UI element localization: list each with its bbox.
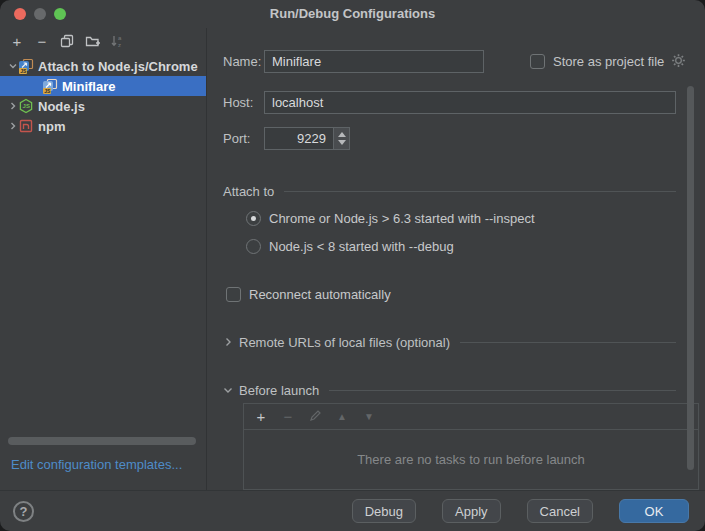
new-folder-icon[interactable]: [84, 33, 100, 49]
add-configuration-icon[interactable]: +: [9, 33, 25, 49]
dialog-footer: ? Debug Apply Cancel OK: [0, 490, 705, 531]
main-vertical-scrollbar[interactable]: [687, 86, 694, 470]
before-launch-tasks-panel: + − ▲ ▼ There are no tasks to run before…: [243, 403, 699, 490]
section-divider: [329, 390, 676, 391]
edit-task-icon[interactable]: [308, 408, 322, 425]
chevron-down-icon[interactable]: [8, 61, 18, 71]
remove-task-icon[interactable]: −: [281, 408, 295, 425]
host-input[interactable]: [264, 91, 676, 114]
section-divider: [460, 342, 676, 343]
cancel-button[interactable]: Cancel: [527, 499, 593, 523]
ok-button[interactable]: OK: [619, 499, 689, 523]
move-down-icon[interactable]: ▼: [362, 411, 376, 422]
section-divider: [284, 191, 676, 192]
remove-configuration-icon[interactable]: −: [34, 33, 50, 49]
radio-option-label: Chrome or Node.js > 6.3 started with --i…: [269, 211, 535, 226]
help-button[interactable]: ?: [13, 501, 34, 522]
svg-text:JS: JS: [44, 88, 51, 94]
tree-item-label: Attach to Node.js/Chrome: [38, 59, 198, 74]
radio-option-debug[interactable]: Node.js < 8 started with --debug: [208, 238, 705, 254]
before-launch-section-label: Before launch: [239, 383, 319, 398]
configurations-sidebar: + − az JS Attach to Node.js/Chrome JS: [0, 28, 207, 490]
radio-button-selected[interactable]: [246, 211, 261, 226]
before-launch-section-header[interactable]: Before launch: [208, 382, 676, 398]
svg-text:z: z: [118, 42, 121, 48]
store-as-project-file-checkbox[interactable]: [530, 54, 545, 69]
radio-option-inspect[interactable]: Chrome or Node.js > 6.3 started with --i…: [208, 210, 705, 226]
svg-text:JS: JS: [23, 103, 30, 109]
chevron-right-icon[interactable]: [223, 337, 233, 347]
name-label: Name:: [223, 54, 261, 69]
tree-item-label: Node.js: [38, 99, 85, 114]
port-label: Port:: [223, 131, 250, 146]
add-task-icon[interactable]: +: [254, 408, 268, 425]
reconnect-automatically-checkbox[interactable]: [226, 287, 241, 302]
remote-urls-section-header[interactable]: Remote URLs of local files (optional): [208, 334, 676, 350]
attach-to-group-label: Attach to: [223, 184, 274, 199]
npm-icon: [18, 118, 34, 134]
chevron-down-icon[interactable]: [223, 385, 233, 395]
svg-text:a: a: [118, 35, 122, 41]
port-input[interactable]: [264, 127, 334, 150]
apply-button[interactable]: Apply: [442, 499, 501, 523]
sort-alphabetically-icon[interactable]: az: [109, 33, 125, 49]
debug-button[interactable]: Debug: [352, 499, 416, 523]
nodejs-icon: JS: [18, 98, 34, 114]
gear-icon[interactable]: [671, 53, 686, 71]
edit-configuration-templates-link[interactable]: Edit configuration templates...: [11, 457, 182, 472]
attach-nodejs-chrome-icon: JS: [18, 58, 34, 74]
store-as-project-file-label: Store as project file: [553, 54, 664, 69]
copy-configuration-icon[interactable]: [59, 33, 75, 49]
sidebar-toolbar: + − az: [0, 28, 206, 54]
tree-item-nodejs[interactable]: JS Node.js: [0, 96, 206, 116]
tree-item-label: Miniflare: [62, 79, 115, 94]
remote-urls-section-label: Remote URLs of local files (optional): [239, 335, 450, 350]
tree-item-miniflare[interactable]: JS Miniflare: [0, 76, 206, 96]
radio-option-label: Node.js < 8 started with --debug: [269, 239, 454, 254]
host-label: Host:: [223, 95, 253, 110]
before-launch-toolbar: + − ▲ ▼: [244, 404, 698, 430]
before-launch-empty-message: There are no tasks to run before launch: [244, 430, 698, 488]
chevron-right-icon[interactable]: [8, 101, 18, 111]
tree-item-npm[interactable]: npm: [0, 116, 206, 136]
configuration-form: Name: Store as project file Host: Port: …: [208, 28, 705, 490]
port-stepper[interactable]: [334, 127, 350, 150]
attach-nodejs-chrome-icon: JS: [42, 78, 58, 94]
name-input[interactable]: [264, 50, 484, 73]
dialog-title: Run/Debug Configurations: [0, 6, 705, 21]
run-debug-configurations-dialog: Run/Debug Configurations + − az JS Attac…: [0, 0, 705, 531]
radio-button-unselected[interactable]: [246, 239, 261, 254]
tree-item-label: npm: [38, 119, 65, 134]
chevron-right-icon[interactable]: [8, 121, 18, 131]
tree-item-attach-group[interactable]: JS Attach to Node.js/Chrome: [0, 56, 206, 76]
move-up-icon[interactable]: ▲: [335, 411, 349, 422]
sidebar-horizontal-scrollbar[interactable]: [8, 437, 196, 445]
stepper-down-icon[interactable]: [338, 140, 346, 145]
titlebar[interactable]: Run/Debug Configurations: [0, 0, 705, 28]
reconnect-row[interactable]: Reconnect automatically: [208, 286, 705, 302]
svg-text:JS: JS: [20, 68, 27, 74]
reconnect-automatically-label: Reconnect automatically: [249, 287, 391, 302]
stepper-up-icon[interactable]: [338, 132, 346, 137]
